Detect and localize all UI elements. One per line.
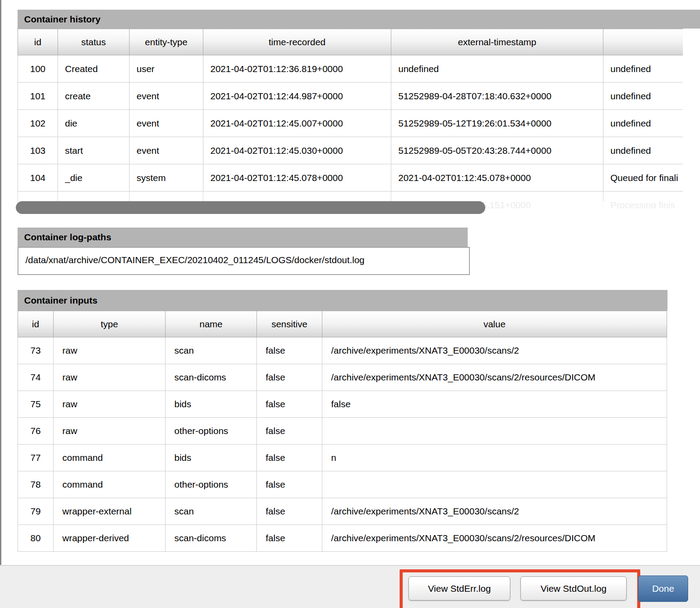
inputs-cell-sensitive: false [257, 445, 322, 471]
container-log-paths-title: Container log-paths [18, 228, 468, 247]
history-cell-external-timestamp: 51252989-05-05T20:43:28.744+0000 [391, 137, 603, 164]
horizontal-scrollbar-track[interactable] [16, 201, 676, 214]
horizontal-scrollbar-thumb[interactable] [16, 201, 485, 214]
inputs-cell-value: /archive/experiments/XNAT3_E00030/scans/… [322, 364, 667, 391]
history-cell-status: Created [58, 55, 130, 83]
inputs-cell-value [322, 418, 667, 445]
inputs-cell-name: scan-dicoms [166, 364, 257, 391]
inputs-cell-name: bids [166, 445, 257, 471]
history-cell-external-timestamp: 51252989-04-28T07:18:40.632+0000 [391, 83, 603, 110]
history-cell-entity-type: system [130, 164, 203, 192]
history-cell-message: undefined [603, 110, 683, 137]
history-cell-entity-type: event [130, 83, 203, 110]
inputs-column-header-name: name [166, 311, 257, 337]
inputs-cell-value: /archive/experiments/XNAT3_E00030/scans/… [322, 498, 667, 525]
inputs-cell-type: wrapper-external [54, 498, 166, 525]
inputs-cell-sensitive: false [257, 498, 322, 525]
history-column-header-id: id [18, 29, 58, 55]
inputs-row: 78commandother-optionsfalse [18, 471, 667, 498]
history-cell-external-timestamp: 2021-04-02T01:12:45.078+0000 [391, 164, 603, 192]
inputs-cell-name: bids [166, 391, 257, 418]
inputs-cell-sensitive: false [257, 525, 322, 552]
inputs-cell-type: raw [54, 391, 166, 418]
history-cell-time-recorded: 2021-04-02T01:12:45.030+0000 [203, 137, 391, 164]
container-history-table: idstatusentity-typetime-recordedexternal… [18, 29, 683, 208]
history-row: 103startevent2021-04-02T01:12:45.030+000… [18, 137, 683, 164]
inputs-header-row: idtypenamesensitivevalue [18, 311, 667, 337]
history-column-header-status: status [58, 29, 130, 55]
history-cell-status: create [58, 83, 130, 110]
history-cell-external-timestamp: 51252989-05-12T19:26:01.534+0000 [391, 110, 603, 137]
inputs-column-header-value: value [322, 311, 667, 337]
history-cell-message: undefined [603, 83, 683, 110]
inputs-cell-id: 80 [18, 525, 54, 552]
inputs-cell-id: 75 [18, 391, 54, 418]
history-cell-status: die [58, 110, 130, 137]
history-row: 104_diesystem2021-04-02T01:12:45.078+000… [18, 164, 683, 192]
inputs-cell-id: 79 [18, 498, 54, 525]
inputs-column-header-id: id [18, 311, 54, 337]
inputs-cell-sensitive: false [257, 471, 322, 498]
history-cell-id: 102 [18, 110, 58, 137]
inputs-cell-type: command [54, 445, 166, 471]
inputs-cell-sensitive: false [257, 391, 322, 418]
history-cell-entity-type: event [130, 137, 203, 164]
inputs-cell-type: raw [54, 418, 166, 445]
view-stdout-button[interactable]: View StdOut.log [520, 576, 627, 601]
container-history-title: Container history [18, 10, 700, 29]
history-cell-external-timestamp: undefined [391, 55, 603, 83]
history-header-row: idstatusentity-typetime-recordedexternal… [18, 29, 683, 55]
inputs-cell-id: 77 [18, 445, 54, 471]
inputs-cell-name: scan [166, 337, 257, 364]
history-column-header-time-recorded: time-recorded [203, 29, 391, 55]
inputs-cell-value: /archive/experiments/XNAT3_E00030/scans/… [322, 337, 667, 364]
view-stderr-button[interactable]: View StdErr.log [408, 576, 510, 601]
history-cell-id: 103 [18, 137, 58, 164]
inputs-cell-sensitive: false [257, 337, 322, 364]
inputs-cell-name: other-options [166, 418, 257, 445]
log-path-value: /data/xnat/archive/CONTAINER_EXEC/202104… [18, 247, 470, 275]
history-row: 101createevent2021-04-02T01:12:44.987+00… [18, 83, 683, 110]
done-button[interactable]: Done [638, 575, 688, 602]
inputs-cell-sensitive: false [257, 364, 322, 391]
inputs-cell-name: other-options [166, 471, 257, 498]
inputs-row: 75rawbidsfalsefalse [18, 391, 667, 418]
modal-left-border [0, 0, 1, 608]
inputs-cell-type: command [54, 471, 166, 498]
inputs-row: 80wrapper-derivedscan-dicomsfalse/archiv… [18, 525, 667, 552]
inputs-cell-value: n [322, 445, 667, 471]
history-cell-time-recorded: 2021-04-02T01:12:45.007+0000 [203, 110, 391, 137]
history-column-header-external-timestamp: external-timestamp [391, 29, 603, 55]
inputs-cell-sensitive: false [257, 418, 322, 445]
history-cell-entity-type: user [130, 55, 203, 83]
history-cell-entity-type: event [130, 110, 203, 137]
inputs-cell-type: raw [54, 337, 166, 364]
inputs-cell-id: 78 [18, 471, 54, 498]
inputs-cell-type: raw [54, 364, 166, 391]
inputs-row: 77commandbidsfalsen [18, 445, 667, 471]
inputs-cell-name: scan [166, 498, 257, 525]
inputs-cell-id: 73 [18, 337, 54, 364]
inputs-cell-type: wrapper-derived [54, 525, 166, 552]
inputs-row: 79wrapper-externalscanfalse/archive/expe… [18, 498, 667, 525]
container-inputs-title: Container inputs [18, 290, 668, 311]
inputs-cell-id: 74 [18, 364, 54, 391]
modal-footer: View StdErr.log View StdOut.log Done [0, 565, 700, 608]
history-row: 100Createduser2021-04-02T01:12:36.819+00… [18, 55, 683, 83]
inputs-cell-name: scan-dicoms [166, 525, 257, 552]
history-cell-status: _die [58, 164, 130, 192]
history-column-header-entity-type: entity-type [130, 29, 203, 55]
history-scroll-viewport[interactable]: idstatusentity-typetime-recordedexternal… [18, 29, 683, 208]
history-cell-time-recorded: 2021-04-02T01:12:44.987+0000 [203, 83, 391, 110]
inputs-row: 76rawother-optionsfalse [18, 418, 667, 445]
history-cell-status: start [58, 137, 130, 164]
inputs-cell-value: /archive/experiments/XNAT3_E00030/scans/… [322, 525, 667, 552]
inputs-row: 74rawscan-dicomsfalse/archive/experiment… [18, 364, 667, 391]
container-inputs-table: idtypenamesensitivevalue73rawscanfalse/a… [18, 311, 667, 552]
history-column-header-message: message [603, 29, 683, 55]
inputs-row: 73rawscanfalse/archive/experiments/XNAT3… [18, 337, 667, 364]
history-row: 102dieevent2021-04-02T01:12:45.007+00005… [18, 110, 683, 137]
inputs-column-header-type: type [54, 311, 166, 337]
history-cell-id: 104 [18, 164, 58, 192]
history-cell-message: Queued for finali [603, 164, 683, 192]
